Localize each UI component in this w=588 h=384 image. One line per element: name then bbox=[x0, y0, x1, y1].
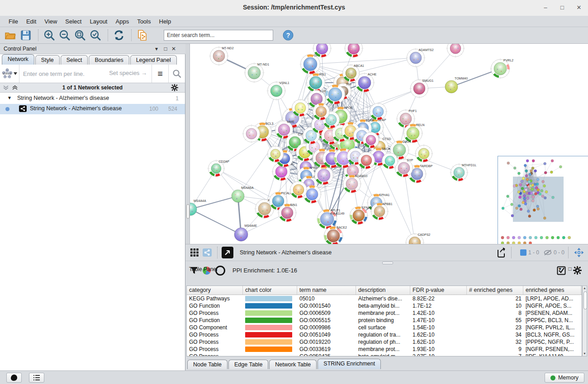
column-header-FDR-p-value[interactable]: FDR p-value bbox=[410, 286, 467, 295]
network-node[interactable] bbox=[324, 84, 346, 105]
help-button[interactable]: ? bbox=[281, 28, 295, 42]
network-node[interactable]: MTHFD1L bbox=[450, 163, 476, 182]
tab-boundaries[interactable]: Boundaries bbox=[89, 55, 129, 65]
zoom-out-button[interactable] bbox=[58, 28, 71, 42]
network-node[interactable] bbox=[312, 102, 331, 121]
column-header-description[interactable]: description bbox=[356, 286, 410, 295]
network-node[interactable]: PVRL2 bbox=[490, 58, 513, 79]
automation-status-button[interactable] bbox=[6, 373, 22, 383]
tab-node-table[interactable]: Node Table bbox=[187, 360, 228, 369]
close-panel-icon[interactable]: ✕ bbox=[574, 266, 582, 272]
close-panel-icon[interactable]: ✕ bbox=[170, 46, 177, 52]
maximize-button[interactable]: □ bbox=[557, 4, 567, 12]
table-row[interactable]: GO ProcessGO:0006509membrane prot...1.42… bbox=[187, 309, 582, 317]
table-row[interactable]: GO ProcessGO:0019220regulation of ph...1… bbox=[187, 338, 582, 346]
menu-help[interactable]: Help bbox=[155, 17, 175, 26]
network-node[interactable] bbox=[414, 144, 433, 163]
grid-view-button[interactable] bbox=[188, 246, 201, 259]
network-node[interactable]: ADAMTS2 bbox=[406, 48, 434, 68]
network-node[interactable] bbox=[242, 124, 261, 143]
tab-edge-table[interactable]: Edge Table bbox=[228, 360, 268, 369]
string-options-button[interactable]: ≡ bbox=[152, 65, 168, 83]
column-header-term-name[interactable]: term name bbox=[297, 286, 356, 295]
table-row[interactable]: GO FunctionGO:0005515protein binding1.47… bbox=[187, 317, 582, 324]
network-node[interactable]: EFNA5 bbox=[349, 206, 372, 225]
close-button[interactable]: ✕ bbox=[574, 4, 584, 12]
table-row[interactable]: KEGG Pathways05010Alzheimer's dise...8.8… bbox=[187, 295, 582, 302]
table-row[interactable]: GO ProcessGO:0033619membrane prot...1.93… bbox=[187, 346, 582, 353]
column-header--enriched-genes[interactable]: # enriched genes bbox=[467, 286, 523, 295]
float-panel-icon[interactable]: ▾ bbox=[556, 266, 564, 272]
scroll-down-arrow[interactable]: ▼ bbox=[583, 351, 587, 356]
network-node[interactable]: TOMM40 bbox=[445, 77, 468, 93]
network-node[interactable] bbox=[266, 145, 285, 163]
open-session-button[interactable] bbox=[4, 28, 17, 42]
tab-string-enrichment[interactable]: STRING Enrichment bbox=[318, 359, 381, 369]
save-session-button[interactable] bbox=[19, 28, 33, 42]
network-node[interactable]: SMUG1 bbox=[409, 79, 434, 98]
menu-apps[interactable]: Apps bbox=[112, 17, 133, 26]
network-node[interactable]: MT-ND2 bbox=[209, 46, 234, 66]
network-node[interactable]: VSNL1 bbox=[266, 81, 289, 101]
network-node[interactable] bbox=[369, 102, 388, 121]
tab-select[interactable]: Select bbox=[61, 55, 88, 65]
column-header-chart-color[interactable]: chart color bbox=[243, 286, 297, 295]
menu-view[interactable]: View bbox=[40, 17, 61, 26]
network-node[interactable] bbox=[357, 151, 376, 170]
scrollbar-handle[interactable] bbox=[186, 204, 190, 219]
enrichment-table[interactable]: categorychart colorterm namedescriptionF… bbox=[186, 286, 582, 356]
zoom-in-button[interactable] bbox=[43, 28, 56, 42]
network-node[interactable] bbox=[291, 98, 310, 117]
menu-edit[interactable]: Edit bbox=[22, 17, 40, 26]
network-node[interactable]: ADAM10 bbox=[342, 174, 368, 194]
table-vertical-scrollbar[interactable]: ▲ ▼ bbox=[582, 286, 587, 356]
network-node[interactable]: CADPS2 bbox=[405, 233, 431, 244]
open-in-string-button[interactable] bbox=[222, 247, 233, 258]
string-protein-query-selector[interactable]: STRING bbox=[0, 65, 19, 83]
protein-term-input[interactable] bbox=[19, 70, 101, 78]
memory-button[interactable]: Memory bbox=[545, 373, 584, 383]
refresh-button[interactable] bbox=[112, 28, 126, 42]
scroll-up-arrow[interactable]: ▲ bbox=[583, 286, 587, 290]
network-row[interactable]: String Network - Alzheimer's disease 100… bbox=[0, 104, 185, 114]
search-input[interactable] bbox=[164, 30, 273, 41]
network-node[interactable]: MS4A4E bbox=[234, 224, 257, 241]
tab-style[interactable]: Style bbox=[35, 55, 60, 65]
string-search-button[interactable] bbox=[168, 65, 185, 83]
task-history-button[interactable] bbox=[29, 373, 44, 383]
tree-expand-icon[interactable]: ▼ bbox=[7, 95, 12, 100]
network-node[interactable]: MS4A6A bbox=[232, 186, 254, 202]
birds-eye-navigator[interactable] bbox=[498, 156, 588, 247]
table-row[interactable]: GO ComponentGO:0009986cell surface1.54E-… bbox=[187, 324, 582, 331]
network-collection-row[interactable]: ▼ String Network - Alzheimer's disease 1 bbox=[0, 94, 185, 104]
network-node[interactable] bbox=[289, 180, 308, 199]
network-node[interactable]: MT-ND1 bbox=[244, 62, 269, 83]
column-header-category[interactable]: category bbox=[187, 286, 243, 295]
tab-network[interactable]: Network bbox=[2, 54, 34, 65]
network-node[interactable] bbox=[362, 131, 380, 149]
undock-panel-icon[interactable]: □ bbox=[566, 266, 574, 272]
table-row[interactable]: GO FunctionGO:0001540beta-amyloid bi...1… bbox=[187, 302, 582, 309]
menu-tools[interactable]: Tools bbox=[133, 17, 155, 26]
string-view-button[interactable] bbox=[201, 246, 213, 259]
table-row[interactable]: GO ProcessGO:0051049regulation of tra...… bbox=[187, 331, 582, 338]
minimize-button[interactable]: – bbox=[541, 4, 550, 12]
tab-legend-panel[interactable]: Legend Panel bbox=[130, 55, 177, 65]
tab-network-table[interactable]: Network Table bbox=[269, 360, 317, 369]
scrollbar-thumb[interactable] bbox=[583, 291, 587, 309]
zoom-selected-button[interactable] bbox=[89, 28, 102, 42]
species-hint[interactable]: Set species → bbox=[109, 70, 147, 76]
network-from-file-button[interactable] bbox=[136, 28, 149, 42]
table-row[interactable]: GO ProcessGO:0050435beta-amyloid m...2.0… bbox=[187, 353, 582, 356]
menu-file[interactable]: File bbox=[5, 17, 22, 26]
gear-icon[interactable] bbox=[171, 84, 178, 91]
export-network-button[interactable] bbox=[495, 246, 507, 259]
menu-select[interactable]: Select bbox=[61, 17, 85, 26]
zoom-fit-button[interactable] bbox=[73, 28, 87, 42]
column-header-enriched-genes[interactable]: enriched genes bbox=[523, 286, 581, 295]
network-node[interactable]: BIN1 bbox=[277, 203, 297, 223]
menu-layout[interactable]: Layout bbox=[85, 17, 111, 26]
undock-panel-icon[interactable]: □ bbox=[162, 46, 169, 52]
network-node[interactable] bbox=[344, 44, 364, 58]
navigator-toggle-button[interactable] bbox=[573, 246, 585, 259]
